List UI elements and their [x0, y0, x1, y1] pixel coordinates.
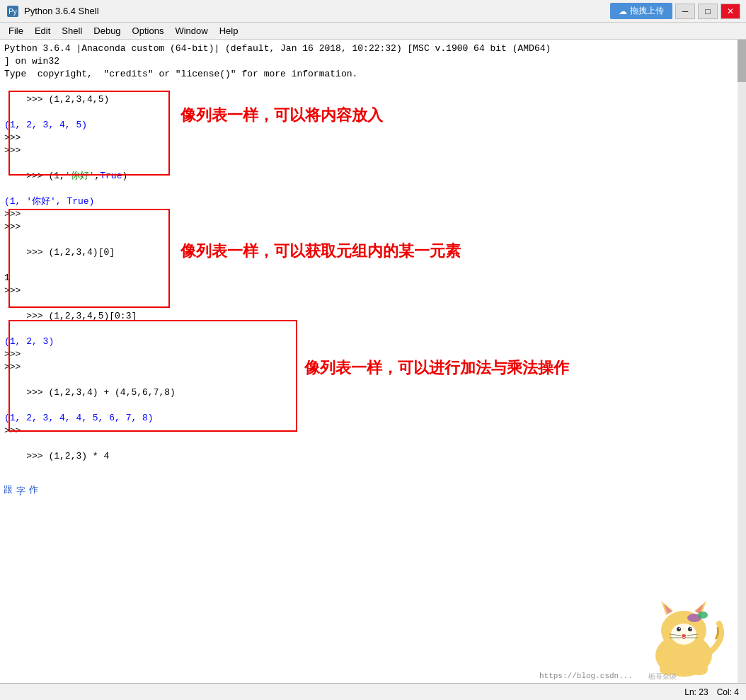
shell-prompt-2-2: >>>: [4, 285, 733, 297]
shell-cmd-1-1: >>> (1,2,3,4,5): [4, 81, 733, 119]
menu-help[interactable]: Help: [214, 24, 244, 38]
shell-out-1-4: (1, '你好', True): [4, 195, 733, 208]
shell-out-2-2: (1, 2, 3): [4, 335, 733, 348]
scrollbar-track: [738, 40, 746, 683]
status-bar: Ln: 23 Col: 4: [0, 683, 746, 700]
svg-point-21: [691, 664, 708, 675]
svg-text:栃哥杂谈: 栃哥杂谈: [648, 672, 677, 680]
shell-cmd-3-1: >>> (1,2,3,4) + (4,5,6,7,8): [4, 374, 733, 412]
menu-shell[interactable]: Shell: [56, 24, 88, 38]
menu-bar: File Edit Shell Debug Options Window Hel…: [0, 23, 746, 40]
shell-line-1: Python 3.6.4 |Anaconda custom (64-bit)| …: [4, 42, 733, 55]
svg-point-11: [677, 627, 681, 631]
title-bar: Py Python 3.6.4 Shell ☁ 拖拽上传 ─ □ ✕: [0, 0, 746, 23]
shell-out-3-1: (1, 2, 3, 4, 4, 5, 6, 7, 8): [4, 412, 733, 425]
menu-options[interactable]: Options: [127, 24, 170, 38]
app-icon: Py: [6, 4, 20, 18]
shell-cmd-2-2: >>> (1,2,3,4,5)[0:3]: [4, 297, 733, 335]
shell-line-3: Type copyright, "credits" or "license()"…: [4, 68, 733, 81]
shell-out-2-1: 1: [4, 272, 733, 285]
svg-point-14: [690, 628, 692, 629]
menu-debug[interactable]: Debug: [88, 24, 126, 38]
menu-window[interactable]: Window: [169, 24, 213, 38]
svg-point-15: [682, 634, 686, 637]
upload-button[interactable]: ☁ 拖拽上传: [610, 3, 672, 19]
shell-prompt-3-0: >>>: [4, 348, 733, 361]
svg-text:Py: Py: [8, 8, 17, 16]
shell-prompt-2-0: >>>: [4, 208, 733, 221]
maximize-button[interactable]: □: [698, 4, 718, 19]
svg-point-13: [679, 628, 680, 629]
shell-prompt-2-1: >>>: [4, 221, 733, 234]
menu-edit[interactable]: Edit: [29, 24, 56, 38]
menu-file[interactable]: File: [3, 24, 29, 38]
window-title: Python 3.6.4 Shell: [24, 6, 610, 16]
status-col: Col: 4: [717, 687, 739, 697]
shell-cmd-1-4: >>> (1,'你好',True): [4, 157, 733, 195]
mascot-svg: 栃哥杂谈: [634, 588, 733, 680]
close-button[interactable]: ✕: [721, 4, 740, 19]
shell-cmd-2-1: >>> (1,2,3,4)[0]: [4, 234, 733, 272]
shell-prompt-3-2: >>>: [4, 425, 733, 437]
blog-url: https://blog.csdn...: [539, 672, 633, 680]
shell-prompt-1-3: >>>: [4, 144, 733, 157]
shell-line-2: ] on win32: [4, 55, 733, 68]
shell-bottom-area: 作字跟: [0, 471, 738, 683]
window-controls: ☁ 拖拽上传 ─ □ ✕: [610, 3, 740, 19]
svg-point-23: [698, 612, 708, 619]
shell-prompt-1-2: >>>: [4, 132, 733, 144]
minimize-button[interactable]: ─: [675, 4, 695, 19]
scrollbar-thumb[interactable]: [738, 40, 746, 82]
shell-cmd-3-2: >>> (1,2,3) * 4: [4, 437, 733, 476]
svg-point-12: [688, 627, 692, 631]
shell-out-1-1: (1, 2, 3, 4, 5): [4, 119, 733, 132]
mascot-area: 栃哥杂谈: [634, 588, 733, 680]
status-ln: Ln: 23: [684, 687, 708, 697]
shell-prompt-3-1: >>>: [4, 361, 733, 374]
cloud-icon: ☁: [619, 6, 627, 16]
